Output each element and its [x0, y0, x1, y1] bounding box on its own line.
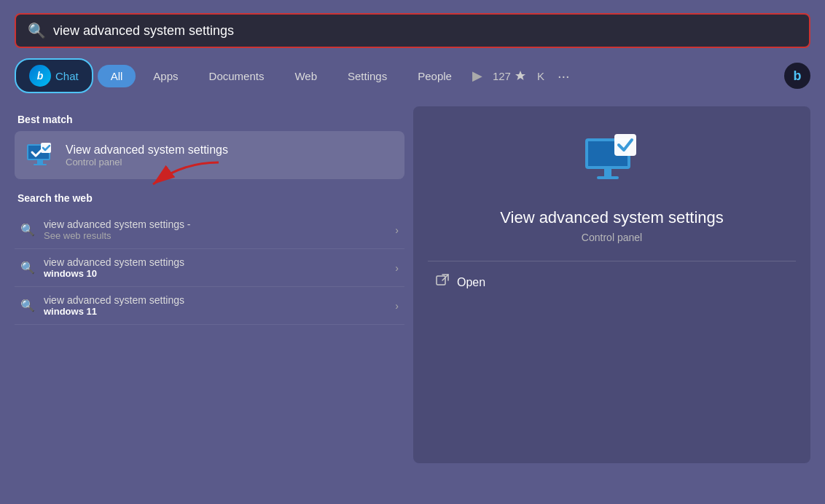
- keyboard-shortcut: K: [537, 70, 544, 82]
- open-icon: [435, 273, 450, 291]
- right-app-icon: [579, 128, 645, 194]
- tab-people[interactable]: People: [404, 65, 465, 87]
- tab-all[interactable]: All: [98, 65, 136, 87]
- tabs-row: b Chat All Apps Documents Web Settings P…: [0, 48, 825, 93]
- bing-logo-icon: b: [29, 65, 51, 87]
- open-action[interactable]: Open: [428, 261, 796, 303]
- chevron-icon-1: ›: [395, 224, 399, 236]
- best-match-subtitle: Control panel: [66, 157, 228, 168]
- web-result-main-2: view advanced system settings: [44, 256, 386, 268]
- best-match-label: Best match: [15, 106, 404, 131]
- svg-rect-9: [597, 176, 619, 179]
- best-match-title: View advanced system settings: [66, 143, 228, 157]
- web-search-icon-3: 🔍: [20, 299, 35, 312]
- web-result-sub-1: See web results: [44, 230, 386, 241]
- tab-chat[interactable]: b Chat: [15, 58, 93, 93]
- right-app-title: View advanced system settings: [500, 208, 724, 227]
- chevron-icon-2: ›: [395, 262, 399, 274]
- tab-web[interactable]: Web: [281, 65, 330, 87]
- web-result-1[interactable]: 🔍 view advanced system settings - See we…: [15, 211, 404, 249]
- app-icon: [25, 140, 55, 170]
- search-bar[interactable]: 🔍: [15, 13, 810, 48]
- search-web-label: Search the web: [15, 179, 404, 211]
- tab-apps[interactable]: Apps: [140, 65, 191, 87]
- web-result-main-1: view advanced system settings -: [44, 218, 386, 230]
- left-panel: Best match V: [15, 106, 404, 463]
- main-content: Best match V: [15, 106, 810, 463]
- web-result-main-3: view advanced system settings: [44, 294, 386, 306]
- web-search-icon-2: 🔍: [20, 261, 35, 275]
- best-match-item[interactable]: View advanced system settings Control pa…: [15, 131, 404, 179]
- web-result-text-3: view advanced system settings windows 11: [44, 294, 386, 317]
- web-result-3[interactable]: 🔍 view advanced system settings windows …: [15, 287, 404, 325]
- tab-settings[interactable]: Settings: [335, 65, 400, 87]
- open-label: Open: [457, 276, 485, 289]
- best-match-text: View advanced system settings Control pa…: [66, 143, 228, 168]
- web-result-2[interactable]: 🔍 view advanced system settings windows …: [15, 249, 404, 287]
- chevron-icon-3: ›: [395, 300, 399, 312]
- svg-rect-8: [604, 169, 611, 176]
- more-options-icon[interactable]: ···: [552, 65, 576, 87]
- search-input[interactable]: [53, 23, 797, 39]
- web-search-icon-1: 🔍: [20, 223, 35, 237]
- bing-avatar-icon[interactable]: b: [784, 63, 810, 89]
- play-icon[interactable]: ▶: [472, 68, 482, 84]
- right-panel: View advanced system settings Control pa…: [413, 106, 810, 463]
- large-monitor-icon: [579, 128, 645, 194]
- monitor-icon: [25, 140, 55, 170]
- right-app-subtitle: Control panel: [582, 232, 642, 243]
- web-result-text-2: view advanced system settings windows 10: [44, 256, 386, 279]
- trophy-icon: [514, 69, 527, 82]
- svg-rect-3: [34, 164, 47, 165]
- web-result-text-1: view advanced system settings - See web …: [44, 218, 386, 241]
- web-result-sub-2: windows 10: [44, 268, 386, 279]
- svg-rect-2: [37, 160, 43, 164]
- search-icon: 🔍: [28, 22, 46, 39]
- tab-count: 127: [493, 69, 527, 82]
- web-result-sub-3: windows 11: [44, 306, 386, 317]
- svg-rect-11: [437, 276, 445, 285]
- tab-documents[interactable]: Documents: [196, 65, 278, 87]
